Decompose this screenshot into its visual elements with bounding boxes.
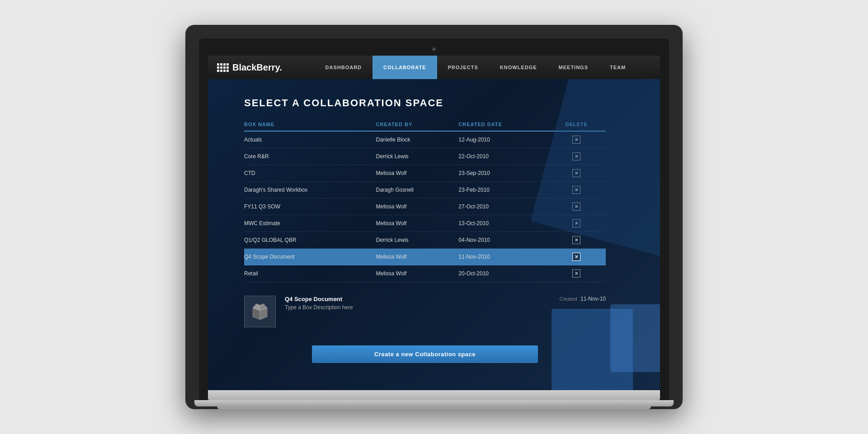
nav-knowledge[interactable]: KNOWLEDGE [489, 56, 548, 79]
bb-dots-icon [217, 63, 229, 72]
cell-created-by: Melissa Wolf [376, 265, 459, 282]
cell-delete: × [552, 265, 606, 282]
laptop-bottom-bar [208, 390, 660, 400]
cell-created-by: Danielle Block [376, 131, 459, 148]
cell-box-name: Actuals [244, 131, 376, 148]
delete-button[interactable]: × [572, 269, 580, 278]
laptop-frame: BlackBerry. DASHBOARD COLLABORATE PROJEC… [185, 25, 683, 409]
create-collaboration-button[interactable]: Create a new Collaboration space [312, 345, 538, 363]
cell-box-name: Core R&R [244, 148, 376, 165]
logo-area: BlackBerry. [217, 62, 282, 73]
cell-created-by: Melissa Wolf [376, 165, 459, 182]
nav-items: DASHBOARD COLLABORATE PROJECTS KNOWLEDGE… [300, 56, 651, 79]
cell-box-name: FY11 Q3 SOW [244, 198, 376, 215]
table-row[interactable]: Q4 Scope DocumentMelissa Wolf11-Nov-2010… [244, 249, 606, 265]
cell-created-by: Melissa Wolf [376, 249, 459, 265]
bg-shape-3 [610, 304, 660, 372]
delete-button[interactable]: × [572, 236, 580, 244]
table-header-row: BOX NAME CREATED BY CREATED DATE DELETE [244, 118, 606, 131]
table-row[interactable]: RetailMelissa Wolf20-Oct-2010× [244, 265, 606, 282]
cell-created-by: Daragh Gosnell [376, 182, 459, 198]
created-date: 11-Nov-10 [580, 296, 606, 302]
cell-box-name: Q1/Q2 GLOBAL QBR [244, 232, 376, 249]
cell-created-by: Melissa Wolf [376, 215, 459, 232]
cell-created-date: 11-Nov-2010 [458, 249, 552, 265]
detail-created: Created 11-Nov-10 [559, 296, 606, 302]
screen: BlackBerry. DASHBOARD COLLABORATE PROJEC… [208, 56, 660, 390]
cell-delete: × [552, 249, 606, 265]
cell-box-name: Daragh's Shared Workbox [244, 182, 376, 198]
cell-created-by: Derrick Lewis [376, 148, 459, 165]
logo-text: BlackBerry. [232, 62, 282, 73]
cell-box-name: CTD [244, 165, 376, 182]
cell-created-date: 12-Aug-2010 [458, 131, 552, 148]
cell-created-date: 23-Sep-2010 [458, 165, 552, 182]
col-box-name: BOX NAME [244, 118, 376, 131]
detail-name: Q4 Scope Document [285, 296, 550, 302]
nav-team[interactable]: TEAM [599, 56, 637, 79]
screen-bezel: BlackBerry. DASHBOARD COLLABORATE PROJEC… [199, 38, 669, 400]
delete-button[interactable]: × [572, 253, 580, 261]
cell-box-name: Retail [244, 265, 376, 282]
cell-box-name: MWC Estimate [244, 215, 376, 232]
created-label: Created [559, 296, 577, 302]
nav-projects[interactable]: PROJECTS [437, 56, 489, 79]
laptop-base [194, 400, 674, 406]
nav-dashboard[interactable]: DASHBOARD [315, 56, 373, 79]
detail-description[interactable]: Type a Box Description here [285, 304, 550, 311]
table-row[interactable]: Q1/Q2 GLOBAL QBRDerrick Lewis04-Nov-2010… [244, 232, 606, 249]
col-created-by: CREATED BY [376, 118, 459, 131]
main-content: SELECT A COLLABORATION SPACE BOX NAME CR… [208, 79, 660, 390]
camera-dot [432, 47, 436, 51]
nav-meetings[interactable]: MEETINGS [548, 56, 599, 79]
box-icon [244, 296, 276, 327]
laptop-foot [217, 406, 651, 409]
detail-info: Q4 Scope Document Type a Box Description… [285, 296, 550, 311]
cell-created-by: Melissa Wolf [376, 198, 459, 215]
cell-created-date: 04-Nov-2010 [458, 232, 552, 249]
cell-box-name: Q4 Scope Document [244, 249, 376, 265]
col-created-date: CREATED DATE [458, 118, 552, 131]
cell-created-date: 22-Oct-2010 [458, 148, 552, 165]
nav-collaborate[interactable]: COLLABORATE [373, 56, 437, 79]
cell-created-date: 20-Oct-2010 [458, 265, 552, 282]
blackberry-logo: BlackBerry. [217, 62, 282, 73]
cell-created-by: Derrick Lewis [376, 232, 459, 249]
navbar: BlackBerry. DASHBOARD COLLABORATE PROJEC… [208, 56, 660, 79]
